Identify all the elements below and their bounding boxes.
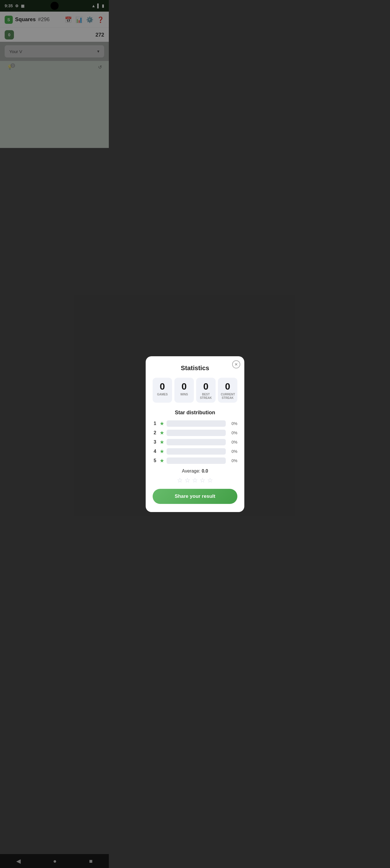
modal-overlay[interactable]: ✕ Statistics 0 GAMES 0 WINS 0 BESTSTREAK… — [0, 0, 109, 236]
